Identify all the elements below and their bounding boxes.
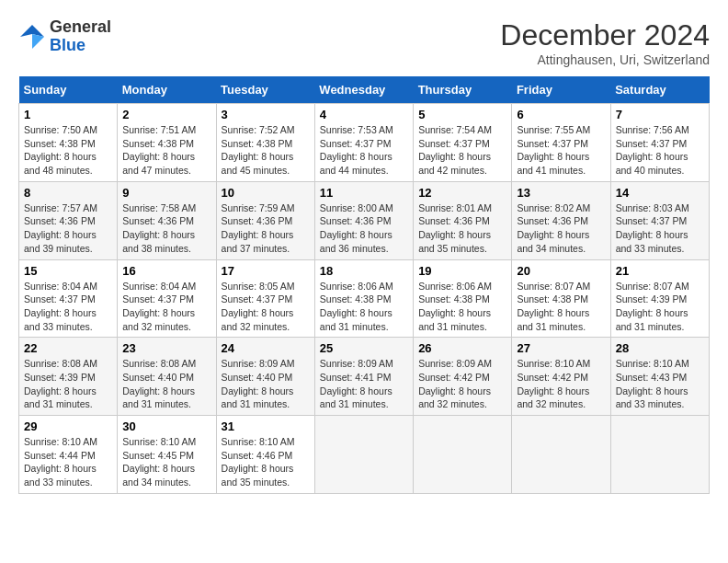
- day-info: Sunrise: 8:00 AM Sunset: 4:36 PM Dayligh…: [320, 201, 408, 256]
- month-title: December 2024: [500, 18, 710, 52]
- calendar-cell: 3 Sunrise: 7:52 AM Sunset: 4:38 PM Dayli…: [216, 104, 314, 182]
- sunrise-label: Sunrise: 8:10 AM: [122, 436, 196, 447]
- location: Attinghausen, Uri, Switzerland: [500, 52, 710, 67]
- logo-general: General: [50, 18, 111, 37]
- calendar-cell: 15 Sunrise: 8:04 AM Sunset: 4:37 PM Dayl…: [19, 259, 118, 338]
- weekday-header: Wednesday: [314, 76, 413, 104]
- daylight-label: Daylight: 8 hours and 39 minutes.: [24, 229, 97, 254]
- day-info: Sunrise: 7:55 AM Sunset: 4:37 PM Dayligh…: [517, 123, 605, 178]
- calendar-cell: 19 Sunrise: 8:06 AM Sunset: 4:38 PM Dayl…: [414, 259, 512, 338]
- calendar-cell: 10 Sunrise: 7:59 AM Sunset: 4:36 PM Dayl…: [216, 181, 314, 259]
- sunset-label: Sunset: 4:38 PM: [222, 138, 293, 149]
- calendar-cell: 31 Sunrise: 8:10 AM Sunset: 4:46 PM Dayl…: [216, 416, 314, 494]
- sunset-label: Sunset: 4:37 PM: [616, 215, 688, 226]
- daylight-label: Daylight: 8 hours and 31 minutes.: [517, 307, 589, 332]
- weekday-header: Sunday: [19, 76, 118, 104]
- calendar-cell: 6 Sunrise: 7:55 AM Sunset: 4:37 PM Dayli…: [512, 104, 610, 182]
- calendar-cell: 17 Sunrise: 8:05 AM Sunset: 4:37 PM Dayl…: [216, 259, 314, 338]
- daylight-label: Daylight: 8 hours and 47 minutes.: [122, 151, 195, 176]
- day-number: 29: [24, 419, 112, 433]
- sunset-label: Sunset: 4:36 PM: [222, 215, 293, 226]
- calendar-header-row: SundayMondayTuesdayWednesdayThursdayFrid…: [19, 76, 710, 104]
- sunset-label: Sunset: 4:40 PM: [122, 372, 194, 383]
- day-info: Sunrise: 7:58 AM Sunset: 4:36 PM Dayligh…: [122, 201, 210, 256]
- day-number: 31: [222, 419, 310, 433]
- calendar-cell: 24 Sunrise: 8:09 AM Sunset: 4:40 PM Dayl…: [216, 338, 314, 416]
- daylight-label: Daylight: 8 hours and 38 minutes.: [122, 229, 195, 254]
- calendar-week-row: 15 Sunrise: 8:04 AM Sunset: 4:37 PM Dayl…: [19, 259, 710, 338]
- calendar-cell: 7 Sunrise: 7:56 AM Sunset: 4:37 PM Dayli…: [610, 104, 709, 182]
- weekday-header: Thursday: [414, 76, 512, 104]
- sunrise-label: Sunrise: 8:01 AM: [418, 202, 492, 213]
- day-info: Sunrise: 8:10 AM Sunset: 4:44 PM Dayligh…: [24, 435, 112, 489]
- logo-icon: [18, 23, 46, 51]
- title-block: December 2024 Attinghausen, Uri, Switzer…: [500, 18, 710, 67]
- logo: General Blue: [18, 18, 111, 55]
- sunset-label: Sunset: 4:44 PM: [24, 450, 96, 461]
- day-info: Sunrise: 7:51 AM Sunset: 4:38 PM Dayligh…: [122, 123, 210, 178]
- sunrise-label: Sunrise: 8:06 AM: [418, 281, 492, 292]
- sunset-label: Sunset: 4:43 PM: [616, 372, 688, 383]
- page-header: General Blue December 2024 Attinghausen,…: [18, 18, 710, 67]
- calendar-cell: 12 Sunrise: 8:01 AM Sunset: 4:36 PM Dayl…: [414, 181, 512, 259]
- weekday-header: Friday: [512, 76, 610, 104]
- sunrise-label: Sunrise: 8:07 AM: [517, 281, 590, 292]
- day-info: Sunrise: 8:05 AM Sunset: 4:37 PM Dayligh…: [222, 280, 310, 334]
- sunset-label: Sunset: 4:38 PM: [517, 293, 588, 304]
- day-number: 26: [418, 341, 506, 355]
- sunrise-label: Sunrise: 7:57 AM: [24, 202, 97, 213]
- day-info: Sunrise: 8:08 AM Sunset: 4:39 PM Dayligh…: [24, 357, 112, 411]
- sunrise-label: Sunrise: 7:59 AM: [222, 202, 295, 213]
- sunset-label: Sunset: 4:42 PM: [418, 372, 490, 383]
- day-number: 23: [122, 341, 210, 355]
- day-number: 22: [24, 341, 112, 355]
- daylight-label: Daylight: 8 hours and 35 minutes.: [418, 229, 491, 254]
- sunset-label: Sunset: 4:45 PM: [122, 450, 194, 461]
- day-info: Sunrise: 7:56 AM Sunset: 4:37 PM Dayligh…: [616, 123, 704, 178]
- day-number: 6: [517, 108, 605, 121]
- sunset-label: Sunset: 4:39 PM: [24, 372, 96, 383]
- calendar-cell: [610, 416, 709, 494]
- day-info: Sunrise: 8:01 AM Sunset: 4:36 PM Dayligh…: [418, 201, 506, 256]
- sunset-label: Sunset: 4:37 PM: [517, 138, 588, 149]
- daylight-label: Daylight: 8 hours and 41 minutes.: [517, 151, 589, 176]
- day-info: Sunrise: 8:10 AM Sunset: 4:43 PM Dayligh…: [616, 357, 704, 411]
- day-number: 18: [320, 264, 408, 278]
- sunset-label: Sunset: 4:37 PM: [122, 293, 194, 304]
- day-info: Sunrise: 7:54 AM Sunset: 4:37 PM Dayligh…: [418, 123, 506, 178]
- day-info: Sunrise: 8:08 AM Sunset: 4:40 PM Dayligh…: [122, 357, 210, 411]
- calendar-cell: 5 Sunrise: 7:54 AM Sunset: 4:37 PM Dayli…: [414, 104, 512, 182]
- daylight-label: Daylight: 8 hours and 31 minutes.: [418, 307, 491, 332]
- daylight-label: Daylight: 8 hours and 35 minutes.: [222, 463, 294, 488]
- day-number: 9: [122, 186, 210, 200]
- sunrise-label: Sunrise: 8:08 AM: [122, 358, 196, 369]
- daylight-label: Daylight: 8 hours and 33 minutes.: [24, 463, 97, 488]
- daylight-label: Daylight: 8 hours and 31 minutes.: [320, 385, 392, 410]
- daylight-label: Daylight: 8 hours and 42 minutes.: [418, 151, 491, 176]
- daylight-label: Daylight: 8 hours and 32 minutes.: [517, 385, 589, 410]
- day-number: 1: [24, 108, 112, 121]
- day-number: 21: [616, 264, 704, 278]
- calendar-week-row: 1 Sunrise: 7:50 AM Sunset: 4:38 PM Dayli…: [19, 104, 710, 182]
- day-number: 13: [517, 186, 605, 200]
- sunrise-label: Sunrise: 8:04 AM: [122, 281, 196, 292]
- calendar-cell: 29 Sunrise: 8:10 AM Sunset: 4:44 PM Dayl…: [19, 416, 118, 494]
- sunrise-label: Sunrise: 7:50 AM: [24, 124, 97, 135]
- daylight-label: Daylight: 8 hours and 32 minutes.: [418, 385, 491, 410]
- sunrise-label: Sunrise: 8:09 AM: [418, 358, 492, 369]
- day-info: Sunrise: 8:09 AM Sunset: 4:41 PM Dayligh…: [320, 357, 408, 411]
- day-info: Sunrise: 8:07 AM Sunset: 4:38 PM Dayligh…: [517, 280, 605, 334]
- day-info: Sunrise: 7:53 AM Sunset: 4:37 PM Dayligh…: [320, 123, 408, 178]
- calendar-cell: 25 Sunrise: 8:09 AM Sunset: 4:41 PM Dayl…: [314, 338, 413, 416]
- sunset-label: Sunset: 4:38 PM: [320, 293, 392, 304]
- sunrise-label: Sunrise: 8:06 AM: [320, 281, 393, 292]
- day-number: 8: [24, 186, 112, 200]
- calendar-cell: 9 Sunrise: 7:58 AM Sunset: 4:36 PM Dayli…: [118, 181, 216, 259]
- day-info: Sunrise: 8:03 AM Sunset: 4:37 PM Dayligh…: [616, 201, 704, 256]
- daylight-label: Daylight: 8 hours and 33 minutes.: [616, 385, 688, 410]
- daylight-label: Daylight: 8 hours and 31 minutes.: [222, 385, 294, 410]
- sunrise-label: Sunrise: 7:54 AM: [418, 124, 492, 135]
- day-number: 27: [517, 341, 605, 355]
- calendar-cell: 2 Sunrise: 7:51 AM Sunset: 4:38 PM Dayli…: [118, 104, 216, 182]
- weekday-header: Tuesday: [216, 76, 314, 104]
